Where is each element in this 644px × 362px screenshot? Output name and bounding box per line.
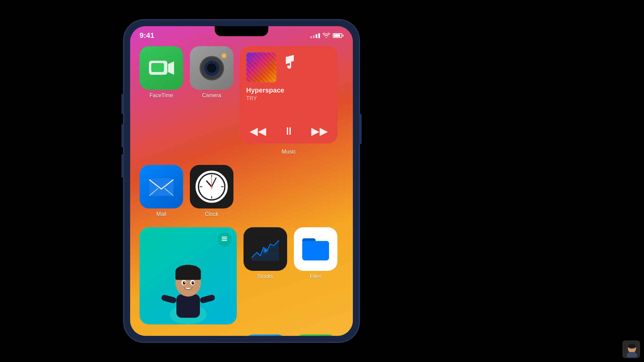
app-row-3: Stocks Files (140, 227, 343, 324)
files-folder-svg (301, 236, 330, 262)
stocks-chart-svg (249, 234, 282, 264)
volume-down-button[interactable] (121, 154, 124, 178)
svg-rect-16 (222, 238, 227, 239)
notch (215, 26, 268, 36)
svg-point-27 (183, 281, 185, 285)
svg-point-29 (184, 282, 185, 283)
app-item-bitmoji[interactable] (140, 227, 237, 324)
album-art (246, 52, 276, 82)
facetime-camera-svg (147, 58, 176, 78)
svg-rect-18 (222, 237, 227, 238)
music-widget-header (246, 52, 331, 82)
svg-rect-17 (222, 240, 227, 241)
music-song-title: Hyperspace (246, 86, 331, 94)
silent-switch[interactable] (121, 94, 124, 114)
svg-point-49 (628, 344, 636, 349)
music-label: Music (282, 149, 296, 155)
music-note-icon (281, 54, 296, 71)
bitmoji-badge-icon (221, 236, 228, 243)
iphone-frame: 9:41 (124, 20, 359, 342)
svg-marker-2 (168, 61, 174, 75)
clock-label: Clock (205, 211, 218, 217)
forward-button[interactable]: ▶▶ (311, 125, 328, 137)
app-row-2: Mail (140, 165, 343, 217)
mail-envelope-svg (148, 177, 175, 196)
findmy-svg (302, 335, 329, 336)
status-time: 9:41 (140, 31, 154, 40)
volume-up-button[interactable] (121, 124, 124, 147)
app-item-camera[interactable]: Camera (190, 46, 233, 155)
music-artist: TRY (246, 96, 331, 102)
svg-rect-20 (176, 294, 200, 318)
music-widget-spacer (240, 165, 337, 217)
app-item-findmy[interactable] (294, 335, 337, 336)
files-label: Files (310, 274, 321, 280)
app-item-clock[interactable]: Clock (190, 165, 233, 217)
facetime-label: FaceTime (150, 93, 173, 99)
bitmoji-widget[interactable] (140, 227, 237, 324)
camera-icon (190, 46, 233, 90)
svg-point-38 (263, 248, 268, 253)
app-item-files[interactable]: Files (294, 227, 337, 324)
music-info: Hyperspace TRY (246, 86, 331, 119)
app-item-testflight[interactable] (244, 335, 287, 336)
wifi-icon (323, 33, 330, 38)
home-grid: FaceTime Camera (140, 46, 343, 336)
clock-face (196, 171, 228, 203)
scene: 9:41 (0, 0, 644, 362)
bitmoji-badge (217, 233, 231, 247)
svg-rect-32 (199, 294, 215, 304)
bitmoji-character (155, 247, 222, 324)
files-icon (294, 227, 337, 271)
findmy-icon (294, 335, 337, 336)
app-item-music[interactable]: Hyperspace TRY ◀◀ ⏸ ▶▶ Music (240, 46, 337, 155)
avatar-thumbnail[interactable] (623, 341, 640, 358)
battery-icon (333, 33, 343, 38)
clock-face-svg (197, 171, 227, 203)
stocks-label: Stocks (257, 274, 273, 280)
facetime-icon (140, 46, 183, 90)
pause-button[interactable]: ⏸ (283, 125, 294, 137)
svg-point-15 (211, 186, 213, 188)
music-controls: ◀◀ ⏸ ▶▶ (246, 125, 331, 137)
clock-icon (190, 165, 233, 208)
signal-icon (310, 33, 320, 38)
iphone-screen: 9:41 (130, 26, 353, 336)
svg-point-30 (193, 282, 194, 283)
svg-rect-31 (161, 294, 177, 304)
svg-rect-24 (175, 272, 201, 280)
svg-rect-41 (302, 241, 329, 259)
music-widget[interactable]: Hyperspace TRY ◀◀ ⏸ ▶▶ (240, 46, 337, 143)
app-row-1: FaceTime Camera (140, 46, 343, 155)
app-row-4 (140, 335, 343, 336)
power-button[interactable] (359, 114, 362, 144)
testflight-svg (252, 335, 279, 336)
app-item-mail[interactable]: Mail (140, 165, 183, 217)
app-item-facetime[interactable]: FaceTime (140, 46, 183, 155)
app-item-stocks[interactable]: Stocks (244, 227, 287, 324)
testflight-icon (244, 335, 287, 336)
avatar-svg (623, 341, 640, 358)
svg-point-28 (192, 281, 194, 285)
bitmoji-spacer (140, 335, 237, 336)
svg-rect-1 (151, 63, 164, 72)
status-icons (310, 33, 343, 38)
mail-icon (140, 165, 183, 208)
rewind-button[interactable]: ◀◀ (250, 125, 266, 137)
camera-label: Camera (202, 93, 221, 99)
mail-label: Mail (156, 211, 166, 217)
stocks-icon (244, 227, 287, 271)
